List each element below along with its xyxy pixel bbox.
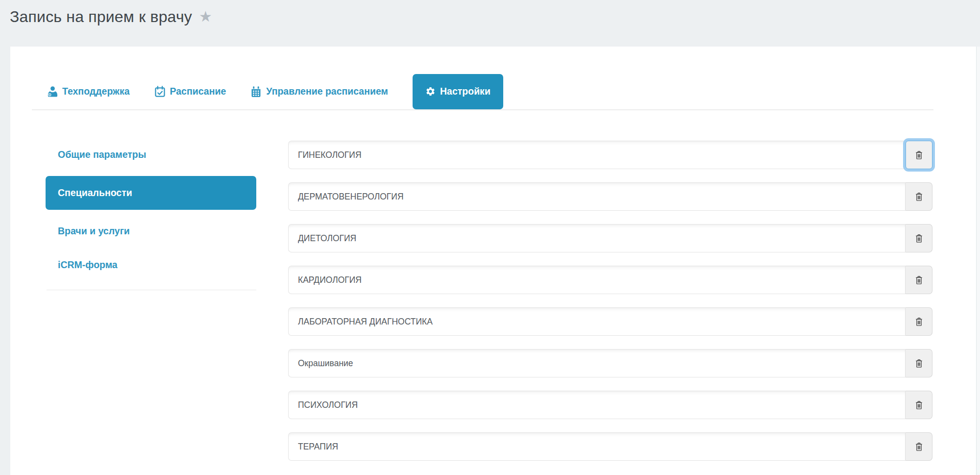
specialty-row — [288, 224, 932, 252]
specialty-input[interactable] — [288, 141, 906, 169]
trash-icon — [915, 275, 923, 285]
trash-icon — [915, 192, 923, 201]
sidebar-item-general-params[interactable]: Общие параметры — [46, 142, 256, 167]
delete-specialty-button[interactable] — [906, 391, 932, 419]
tab-tech-support[interactable]: Техподдержка — [47, 86, 130, 98]
tab-schedule[interactable]: Расписание — [154, 86, 226, 98]
specialty-input[interactable] — [288, 349, 906, 377]
delete-specialty-button[interactable] — [906, 307, 932, 336]
sidebar-item-specialties[interactable]: Специальности — [46, 176, 256, 210]
specialty-row — [288, 182, 932, 211]
settings-sidebar: Общие параметры Специальности Врачи и ус… — [46, 142, 256, 474]
delete-specialty-button[interactable] — [906, 182, 932, 211]
specialty-row — [288, 307, 932, 336]
sidebar-item-icrm-form[interactable]: iCRM-форма — [46, 252, 256, 277]
specialty-row — [288, 141, 932, 169]
delete-specialty-button[interactable] — [906, 432, 932, 461]
specialties-list — [288, 141, 932, 474]
gear-icon — [425, 86, 436, 97]
tab-bar: Техподдержка Расписание — [10, 47, 976, 109]
trash-icon — [915, 359, 923, 368]
specialty-row — [288, 266, 932, 294]
trash-icon — [915, 317, 923, 326]
specialty-input[interactable] — [288, 307, 906, 336]
scrollbar-track[interactable] — [976, 47, 980, 475]
tab-label: Настройки — [440, 86, 490, 97]
specialty-input[interactable] — [288, 391, 906, 419]
delete-specialty-button[interactable] — [906, 224, 932, 252]
specialty-input[interactable] — [288, 224, 906, 252]
trash-icon — [915, 150, 923, 160]
delete-specialty-button[interactable] — [906, 266, 932, 294]
sidebar-divider — [47, 290, 256, 290]
calendar-grid-icon — [250, 86, 262, 98]
trash-icon — [915, 442, 923, 451]
delete-specialty-button[interactable] — [906, 349, 932, 377]
title-bar: Запись на прием к врачу ★ — [0, 0, 980, 47]
tab-label: Расписание — [170, 86, 226, 97]
delete-specialty-button[interactable] — [906, 141, 932, 169]
calendar-check-icon — [154, 86, 166, 98]
main-panel: Техподдержка Расписание — [10, 47, 976, 475]
specialty-input[interactable] — [288, 432, 906, 461]
tab-schedule-management[interactable]: Управление расписанием — [250, 86, 388, 98]
sidebar-item-doctors-services[interactable]: Врачи и услуги — [46, 219, 256, 244]
specialty-input[interactable] — [288, 182, 906, 211]
user-md-icon — [47, 86, 58, 98]
settings-content: Общие параметры Специальности Врачи и ус… — [10, 141, 976, 474]
page-title: Запись на прием к врачу — [10, 8, 192, 26]
tab-label: Управление расписанием — [266, 86, 388, 97]
specialty-row — [288, 432, 932, 461]
specialty-row — [288, 391, 932, 419]
star-icon[interactable]: ★ — [199, 8, 212, 25]
tab-settings[interactable]: Настройки — [413, 74, 503, 109]
trash-icon — [915, 400, 923, 410]
specialty-input[interactable] — [288, 266, 906, 294]
tab-label: Техподдержка — [62, 86, 130, 97]
tab-bar-divider — [32, 109, 933, 110]
trash-icon — [915, 234, 923, 243]
specialty-row — [288, 349, 932, 377]
